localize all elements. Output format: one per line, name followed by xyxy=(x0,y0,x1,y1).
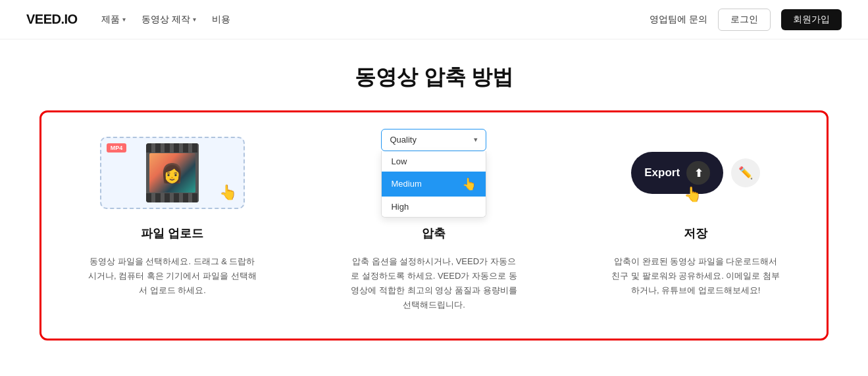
contact-sales-link[interactable]: 영업팀에 문의 xyxy=(650,14,707,26)
step-compress-title: 압축 xyxy=(422,225,446,241)
signup-button[interactable]: 회원가입 xyxy=(781,9,842,30)
page-title-section: 동영상 압축 방법 xyxy=(0,39,868,110)
export-button[interactable]: Export ⬆ xyxy=(631,152,723,194)
mp4-badge: MP4 xyxy=(107,143,127,153)
cursor-icon: 👆 xyxy=(462,177,476,191)
compress-visual-area: Quality ▾ Low Medium 👆 High xyxy=(355,133,513,212)
quality-option-low[interactable]: Low xyxy=(382,151,486,172)
cursor-icon: 👆 xyxy=(684,186,702,203)
pencil-icon: ✏️ xyxy=(738,166,753,180)
login-button[interactable]: 로그인 xyxy=(718,9,771,31)
export-upload-icon: ⬆ xyxy=(686,161,710,185)
nav-item-video-create[interactable]: 동영상 제작 ▾ xyxy=(141,14,196,26)
step-compress-desc: 압축 옵션을 설정하시거나, VEED가 자동으로 설정하도록 하세요. VEE… xyxy=(348,254,519,312)
nav-item-pricing[interactable]: 비용 xyxy=(212,14,230,26)
quality-dropdown-trigger[interactable]: Quality ▾ xyxy=(381,129,486,151)
person-icon: 👩 xyxy=(161,162,184,184)
upload-arrow-icon: ⬆ xyxy=(694,167,703,179)
dropdown-trigger-label: Quality xyxy=(390,135,416,145)
step-upload-title: 파일 업로드 xyxy=(141,225,203,241)
film-thumbnail: 👩 xyxy=(149,153,195,193)
film-strip: 👩 xyxy=(146,143,199,202)
step-upload: 👩 MP4 👆 파일 업로드 동영상 파일을 선택하세요. 드래그 & 드랍하시… xyxy=(74,133,271,312)
chevron-down-icon: ▾ xyxy=(122,16,126,23)
export-label: Export xyxy=(644,166,680,179)
export-wrapper: Export ⬆ 👆 ✏️ xyxy=(631,152,760,194)
save-visual-area: Export ⬆ 👆 ✏️ xyxy=(617,133,775,212)
nav-links: 제품 ▾ 동영상 제작 ▾ 비용 xyxy=(101,14,650,26)
nav-right: 영업팀에 문의 로그인 회원가입 xyxy=(650,9,842,31)
step-compress: Quality ▾ Low Medium 👆 High 압축 압축 옵션을 설정… xyxy=(335,133,532,312)
nav-item-products[interactable]: 제품 ▾ xyxy=(101,14,126,26)
quality-dropdown-menu: Low Medium 👆 High xyxy=(381,151,486,218)
upload-visual-area: 👩 MP4 👆 xyxy=(93,133,251,212)
step-upload-desc: 동영상 파일을 선택하세요. 드래그 & 드랍하시거나, 컴퓨터 혹은 기기에서… xyxy=(87,254,258,298)
navbar: VEED.IO 제품 ▾ 동영상 제작 ▾ 비용 영업팀에 문의 로그인 회원가… xyxy=(0,0,868,39)
quality-option-medium[interactable]: Medium 👆 xyxy=(382,172,486,197)
edit-button[interactable]: ✏️ xyxy=(731,158,760,187)
quality-option-high[interactable]: High xyxy=(382,197,486,217)
upload-dropzone[interactable]: 👩 MP4 👆 xyxy=(100,137,245,209)
logo: VEED.IO xyxy=(26,12,78,27)
cursor-icon: 👆 xyxy=(219,184,237,201)
step-save-desc: 압축이 완료된 동영상 파일을 다운로드해서 친구 및 팔로워와 공유하세요. … xyxy=(610,254,781,298)
how-to-box: 👩 MP4 👆 파일 업로드 동영상 파일을 선택하세요. 드래그 & 드랍하시… xyxy=(39,110,829,341)
page-title: 동영상 압축 방법 xyxy=(0,63,868,92)
step-save-title: 저장 xyxy=(684,225,707,241)
quality-dropdown-visual: Quality ▾ Low Medium 👆 High xyxy=(374,129,493,218)
chevron-down-icon: ▾ xyxy=(193,16,196,23)
steps-wrapper: 👩 MP4 👆 파일 업로드 동영상 파일을 선택하세요. 드래그 & 드랍하시… xyxy=(41,133,827,312)
chevron-down-icon: ▾ xyxy=(474,135,478,144)
step-save: Export ⬆ 👆 ✏️ 저장 압축이 완료된 동영상 파일을 다운로드해서 … xyxy=(597,133,794,312)
